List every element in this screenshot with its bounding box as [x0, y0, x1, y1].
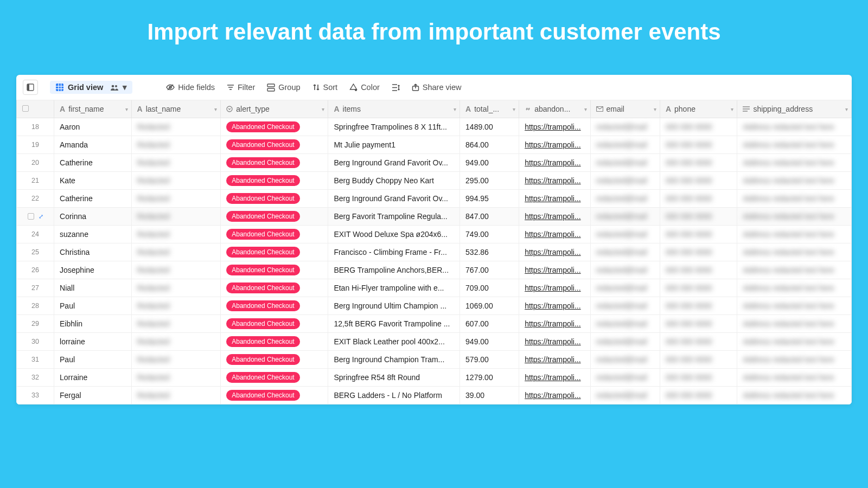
email-cell[interactable]: redacted@mail: [590, 279, 660, 297]
phone-cell[interactable]: 000 000 0000: [660, 369, 737, 387]
abandon-cell[interactable]: https://trampoli...: [519, 297, 590, 315]
row-number-cell[interactable]: 21: [17, 172, 54, 190]
first-name-cell[interactable]: Corinna: [54, 208, 131, 226]
phone-cell[interactable]: 000 000 0000: [660, 208, 737, 226]
alert-type-cell[interactable]: Abandoned Checkout: [221, 154, 328, 172]
alert-type-cell[interactable]: Abandoned Checkout: [221, 226, 328, 243]
first-name-cell[interactable]: Kate: [54, 172, 131, 190]
alert-type-cell[interactable]: Abandoned Checkout: [221, 369, 328, 387]
shipping-cell[interactable]: Address redacted text here: [737, 136, 852, 154]
abandon-cell[interactable]: https://trampoli...: [519, 208, 590, 226]
row-number-cell[interactable]: 30: [17, 333, 54, 351]
phone-cell[interactable]: 000 000 0000: [660, 136, 737, 154]
alert-type-cell[interactable]: Abandoned Checkout: [221, 118, 328, 136]
first-name-cell[interactable]: Paul: [54, 297, 131, 315]
last-name-cell[interactable]: Redacted: [131, 118, 221, 136]
chevron-down-icon[interactable]: ▾: [454, 106, 456, 112]
table-row[interactable]: 26JosephineRedactedAbandoned CheckoutBER…: [17, 261, 852, 279]
abandon-cell[interactable]: https://trampoli...: [519, 243, 590, 261]
items-cell[interactable]: 12,5ft BERG Favorit Trampoline ...: [328, 315, 460, 333]
items-cell[interactable]: Berg Inground Ultim Champion ...: [328, 297, 460, 315]
total-cell[interactable]: 847.00: [460, 208, 519, 226]
total-cell[interactable]: 994.95: [460, 190, 519, 208]
first-name-cell[interactable]: Fergal: [54, 387, 131, 404]
abandon-cell[interactable]: https://trampoli...: [519, 315, 590, 333]
col-alert-type[interactable]: alert_type▾: [221, 100, 328, 118]
row-number-cell[interactable]: 18: [17, 118, 54, 136]
phone-cell[interactable]: 000 000 0000: [660, 351, 737, 369]
items-cell[interactable]: EXIT Wood Deluxe Spa ø204x6...: [328, 226, 460, 243]
table-row[interactable]: 30lorraineRedactedAbandoned CheckoutEXIT…: [17, 333, 852, 351]
last-name-cell[interactable]: Redacted: [131, 261, 221, 279]
table-row[interactable]: 20CatherineRedactedAbandoned CheckoutBer…: [17, 154, 852, 172]
group-button[interactable]: Group: [267, 83, 300, 92]
col-phone[interactable]: Aphone▾: [660, 100, 737, 118]
total-cell[interactable]: 767.00: [460, 261, 519, 279]
alert-type-cell[interactable]: Abandoned Checkout: [221, 261, 328, 279]
alert-type-cell[interactable]: Abandoned Checkout: [221, 172, 328, 190]
row-number-cell[interactable]: 33: [17, 387, 54, 404]
alert-type-cell[interactable]: Abandoned Checkout: [221, 351, 328, 369]
last-name-cell[interactable]: Redacted: [131, 297, 221, 315]
email-cell[interactable]: redacted@mail: [590, 333, 660, 351]
abandon-cell[interactable]: https://trampoli...: [519, 118, 590, 136]
shipping-cell[interactable]: Address redacted text here: [737, 297, 852, 315]
table-row[interactable]: 22CatherineRedactedAbandoned CheckoutBer…: [17, 190, 852, 208]
abandon-link[interactable]: https://trampoli...: [525, 194, 580, 203]
last-name-cell[interactable]: Redacted: [131, 226, 221, 243]
total-cell[interactable]: 295.00: [460, 172, 519, 190]
items-cell[interactable]: Mt Julie payment1: [328, 136, 460, 154]
last-name-cell[interactable]: Redacted: [131, 154, 221, 172]
last-name-cell[interactable]: Redacted: [131, 351, 221, 369]
checkbox-icon[interactable]: [28, 213, 34, 220]
first-name-cell[interactable]: Eibhlin: [54, 315, 131, 333]
row-number-cell[interactable]: 27: [17, 279, 54, 297]
abandon-link[interactable]: https://trampoli...: [525, 337, 580, 346]
phone-cell[interactable]: 000 000 0000: [660, 279, 737, 297]
total-cell[interactable]: 949.00: [460, 333, 519, 351]
phone-cell[interactable]: 000 000 0000: [660, 190, 737, 208]
phone-cell[interactable]: 000 000 0000: [660, 315, 737, 333]
abandon-link[interactable]: https://trampoli...: [525, 355, 580, 364]
last-name-cell[interactable]: Redacted: [131, 387, 221, 404]
items-cell[interactable]: BERG Ladders - L / No Platform: [328, 387, 460, 404]
abandon-cell[interactable]: https://trampoli...: [519, 190, 590, 208]
alert-type-cell[interactable]: Abandoned Checkout: [221, 136, 328, 154]
row-number-cell[interactable]: 20: [17, 154, 54, 172]
last-name-cell[interactable]: Redacted: [131, 190, 221, 208]
phone-cell[interactable]: 000 000 0000: [660, 243, 737, 261]
total-cell[interactable]: 949.00: [460, 154, 519, 172]
total-cell[interactable]: 607.00: [460, 315, 519, 333]
first-name-cell[interactable]: Christina: [54, 243, 131, 261]
abandon-link[interactable]: https://trampoli...: [525, 140, 580, 149]
abandon-cell[interactable]: https://trampoli...: [519, 172, 590, 190]
chevron-down-icon[interactable]: ▾: [214, 106, 217, 112]
abandon-cell[interactable]: https://trampoli...: [519, 333, 590, 351]
alert-type-cell[interactable]: Abandoned Checkout: [221, 279, 328, 297]
table-row[interactable]: 24suzanneRedactedAbandoned CheckoutEXIT …: [17, 226, 852, 243]
items-cell[interactable]: Berg Buddy Choppy Neo Kart: [328, 172, 460, 190]
shipping-cell[interactable]: Address redacted text here: [737, 315, 852, 333]
row-number-cell[interactable]: 32: [17, 369, 54, 387]
abandon-link[interactable]: https://trampoli...: [525, 266, 580, 274]
abandon-link[interactable]: https://trampoli...: [525, 391, 580, 400]
abandon-cell[interactable]: https://trampoli...: [519, 387, 590, 404]
first-name-cell[interactable]: Catherine: [54, 190, 131, 208]
shipping-cell[interactable]: Address redacted text here: [737, 261, 852, 279]
email-cell[interactable]: redacted@mail: [590, 136, 660, 154]
phone-cell[interactable]: 000 000 0000: [660, 172, 737, 190]
abandon-cell[interactable]: https://trampoli...: [519, 369, 590, 387]
chevron-down-icon[interactable]: ▾: [125, 106, 128, 112]
email-cell[interactable]: redacted@mail: [590, 351, 660, 369]
last-name-cell[interactable]: Redacted: [131, 315, 221, 333]
table-row[interactable]: 18AaronRedactedAbandoned CheckoutSpringf…: [17, 118, 852, 136]
row-height-button[interactable]: [392, 84, 400, 92]
select-all-header[interactable]: [17, 100, 54, 118]
email-cell[interactable]: redacted@mail: [590, 226, 660, 243]
phone-cell[interactable]: 000 000 0000: [660, 297, 737, 315]
first-name-cell[interactable]: Catherine: [54, 154, 131, 172]
table-row[interactable]: 29EibhlinRedactedAbandoned Checkout12,5f…: [17, 315, 852, 333]
total-cell[interactable]: 749.00: [460, 226, 519, 243]
shipping-cell[interactable]: Address redacted text here: [737, 226, 852, 243]
abandon-cell[interactable]: https://trampoli...: [519, 154, 590, 172]
